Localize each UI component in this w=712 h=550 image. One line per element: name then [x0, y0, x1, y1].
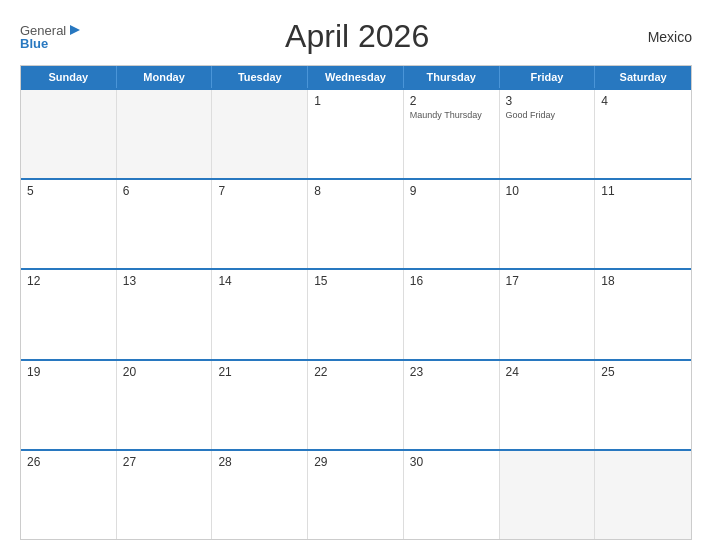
cal-cell-27: 27 — [117, 451, 213, 539]
day-number: 23 — [410, 365, 493, 379]
day-number: 20 — [123, 365, 206, 379]
cal-cell-18: 18 — [595, 270, 691, 358]
cal-cell-15: 15 — [308, 270, 404, 358]
week-row: 26 27 28 29 30 — [21, 449, 691, 539]
day-number: 25 — [601, 365, 685, 379]
logo-triangle-icon — [67, 23, 81, 37]
day-number: 14 — [218, 274, 301, 288]
cal-cell — [595, 451, 691, 539]
logo: General Blue — [20, 23, 82, 51]
calendar-body: 1 2 Maundy Thursday 3 Good Friday 4 5 — [21, 88, 691, 539]
holiday-name: Maundy Thursday — [410, 110, 493, 122]
header-monday: Monday — [117, 66, 213, 88]
logo-blue-text: Blue — [20, 36, 48, 51]
day-number: 29 — [314, 455, 397, 469]
day-number: 3 — [506, 94, 589, 108]
cal-cell-5: 5 — [21, 180, 117, 268]
day-number: 2 — [410, 94, 493, 108]
svg-marker-0 — [70, 25, 80, 35]
page: General Blue April 2026 Mexico Sunday Mo… — [0, 0, 712, 550]
country-label: Mexico — [632, 29, 692, 45]
cal-cell-28: 28 — [212, 451, 308, 539]
day-number: 22 — [314, 365, 397, 379]
week-row: 12 13 14 15 16 17 18 — [21, 268, 691, 358]
day-number: 17 — [506, 274, 589, 288]
day-number: 21 — [218, 365, 301, 379]
day-number: 30 — [410, 455, 493, 469]
header-wednesday: Wednesday — [308, 66, 404, 88]
cal-cell — [21, 90, 117, 178]
header: General Blue April 2026 Mexico — [20, 18, 692, 55]
calendar: Sunday Monday Tuesday Wednesday Thursday… — [20, 65, 692, 540]
cal-cell-29: 29 — [308, 451, 404, 539]
cal-cell-8: 8 — [308, 180, 404, 268]
day-number: 1 — [314, 94, 397, 108]
day-number: 7 — [218, 184, 301, 198]
cal-cell-23: 23 — [404, 361, 500, 449]
day-number: 15 — [314, 274, 397, 288]
week-row: 5 6 7 8 9 10 11 — [21, 178, 691, 268]
day-number: 16 — [410, 274, 493, 288]
cal-cell-24: 24 — [500, 361, 596, 449]
day-number: 27 — [123, 455, 206, 469]
logo-image: General Blue — [20, 23, 82, 51]
cal-cell-7: 7 — [212, 180, 308, 268]
day-number: 13 — [123, 274, 206, 288]
cal-cell-9: 9 — [404, 180, 500, 268]
cal-cell-4: 4 — [595, 90, 691, 178]
cal-cell-13: 13 — [117, 270, 213, 358]
cal-cell-16: 16 — [404, 270, 500, 358]
cal-cell-10: 10 — [500, 180, 596, 268]
day-number: 10 — [506, 184, 589, 198]
header-saturday: Saturday — [595, 66, 691, 88]
day-number: 28 — [218, 455, 301, 469]
cal-cell — [117, 90, 213, 178]
cal-cell-19: 19 — [21, 361, 117, 449]
cal-cell-12: 12 — [21, 270, 117, 358]
header-tuesday: Tuesday — [212, 66, 308, 88]
cal-cell-6: 6 — [117, 180, 213, 268]
cal-cell — [212, 90, 308, 178]
day-number: 6 — [123, 184, 206, 198]
cal-cell-25: 25 — [595, 361, 691, 449]
week-row: 1 2 Maundy Thursday 3 Good Friday 4 — [21, 88, 691, 178]
cal-cell-22: 22 — [308, 361, 404, 449]
cal-cell-11: 11 — [595, 180, 691, 268]
calendar-header: Sunday Monday Tuesday Wednesday Thursday… — [21, 66, 691, 88]
day-number: 26 — [27, 455, 110, 469]
cal-cell-17: 17 — [500, 270, 596, 358]
day-number: 24 — [506, 365, 589, 379]
holiday-name: Good Friday — [506, 110, 589, 122]
day-number: 12 — [27, 274, 110, 288]
day-number: 18 — [601, 274, 685, 288]
day-number: 8 — [314, 184, 397, 198]
header-thursday: Thursday — [404, 66, 500, 88]
cal-cell-21: 21 — [212, 361, 308, 449]
day-number: 5 — [27, 184, 110, 198]
cal-cell-26: 26 — [21, 451, 117, 539]
cal-cell — [500, 451, 596, 539]
cal-cell-14: 14 — [212, 270, 308, 358]
cal-cell-30: 30 — [404, 451, 500, 539]
cal-cell-2: 2 Maundy Thursday — [404, 90, 500, 178]
header-friday: Friday — [500, 66, 596, 88]
calendar-title: April 2026 — [82, 18, 632, 55]
day-number: 11 — [601, 184, 685, 198]
day-number: 4 — [601, 94, 685, 108]
cal-cell-3: 3 Good Friday — [500, 90, 596, 178]
week-row: 19 20 21 22 23 24 25 — [21, 359, 691, 449]
cal-cell-1: 1 — [308, 90, 404, 178]
cal-cell-20: 20 — [117, 361, 213, 449]
day-number: 9 — [410, 184, 493, 198]
day-number: 19 — [27, 365, 110, 379]
header-sunday: Sunday — [21, 66, 117, 88]
